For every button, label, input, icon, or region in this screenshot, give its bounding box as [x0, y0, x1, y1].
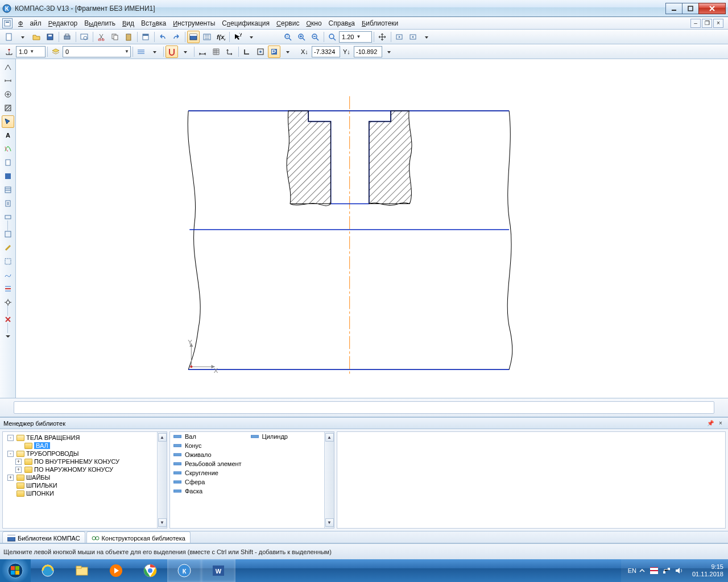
toolbar-overflow[interactable] [245, 31, 258, 43]
window-minimize-button[interactable] [665, 3, 682, 14]
style-button[interactable] [135, 45, 147, 58]
paste-button[interactable] [122, 31, 135, 43]
rough-tool[interactable] [2, 156, 14, 169]
menu-tools[interactable]: Инструменты [169, 18, 218, 28]
tray-volume-icon[interactable] [675, 567, 683, 574]
system-tray[interactable]: EN 9:15 01.11.2018 [621, 559, 728, 582]
zoom-in-button[interactable] [295, 31, 308, 43]
task-explorer[interactable] [65, 559, 99, 582]
task-word[interactable]: W [201, 559, 235, 582]
snap-button[interactable] [166, 45, 178, 58]
task-chrome[interactable] [133, 559, 167, 582]
dimension-tool[interactable] [2, 74, 14, 87]
measure-tool[interactable] [2, 242, 14, 254]
list-item[interactable]: Резьбовой элемент [170, 459, 247, 468]
menu-insert[interactable]: Вставка [138, 18, 169, 28]
spec-tool[interactable] [2, 184, 14, 196]
tree-item[interactable]: +ПО НАРУЖНОМУ КОНУСУ [6, 465, 156, 473]
properties-button[interactable] [139, 31, 152, 43]
zoom-fit-button[interactable] [326, 31, 338, 43]
variables-button[interactable] [201, 31, 213, 43]
view-next-button[interactable] [407, 31, 419, 43]
library-list[interactable]: ВалКонусОживалоРезьбовой элементСкруглен… [169, 431, 334, 529]
mdi-close-button[interactable]: × [713, 19, 723, 28]
style-dropdown-button[interactable] [148, 45, 161, 58]
tree-item[interactable]: +ПО ВНУТРЕННЕМУ КОНУСУ [6, 458, 156, 465]
dim-button[interactable] [196, 45, 209, 58]
list-item[interactable]: Оживало [170, 450, 247, 459]
tree-item[interactable]: ВАЛ [6, 442, 156, 450]
lcs-button[interactable] [224, 45, 236, 58]
view-prev-button[interactable] [393, 31, 406, 43]
open-button[interactable] [30, 31, 43, 43]
cursor-step-dropdown[interactable]: 1.0▼ [16, 46, 46, 57]
tray-network-icon[interactable] [663, 567, 671, 574]
round-button[interactable] [254, 45, 267, 58]
layer-button[interactable] [49, 45, 62, 58]
preview-button[interactable] [78, 31, 90, 43]
param-tool[interactable] [2, 228, 14, 240]
tree-item[interactable]: -ТРУБОПРОВОДЫ [6, 450, 156, 458]
menu-window[interactable]: Окно [303, 18, 325, 28]
assoc-view-tool[interactable] [2, 170, 14, 182]
drawing-canvas[interactable]: Y X [16, 59, 728, 398]
menu-service[interactable]: Сервис [273, 18, 303, 28]
grid-button[interactable] [210, 45, 222, 58]
attribs-tool[interactable] [2, 282, 14, 295]
layer-dropdown[interactable]: 0▼ [63, 46, 131, 57]
symbols-tool[interactable] [2, 88, 14, 101]
tree-item[interactable]: ШПИЛЬКИ [6, 481, 156, 489]
task-kompas[interactable]: К [167, 559, 201, 582]
edit-tool[interactable] [2, 115, 14, 128]
library-tree[interactable]: -ТЕЛА ВРАЩЕНИЯВАЛ-ТРУБОПРОВОДЫ+ПО ВНУТРЕ… [2, 431, 167, 529]
list-item[interactable]: Сфера [170, 477, 247, 487]
redo-button[interactable] [170, 31, 183, 43]
window-maximize-button[interactable] [682, 3, 699, 14]
task-media[interactable] [99, 559, 133, 582]
menu-help[interactable]: Справка [325, 18, 358, 28]
zoom-out-button[interactable] [309, 31, 321, 43]
coord-y-field[interactable]: -10.892 [354, 46, 382, 57]
menu-editor[interactable]: Редактор [45, 18, 81, 28]
spline-tool[interactable] [2, 269, 14, 281]
tray-show-hidden-icon[interactable] [639, 567, 646, 574]
tab-constructor-lib[interactable]: Конструкторская библиотека [86, 531, 191, 543]
tray-lang[interactable]: EN [628, 567, 636, 574]
tray-time[interactable]: 9:15 [692, 563, 723, 571]
library-manager-button[interactable] [187, 31, 200, 43]
tree-item[interactable]: -ТЕЛА ВРАЩЕНИЯ [6, 434, 156, 442]
report-tool[interactable] [2, 197, 14, 210]
start-button[interactable] [0, 559, 31, 582]
document-icon[interactable] [2, 18, 13, 28]
toolbar-overflow-2[interactable] [420, 31, 433, 43]
list-item[interactable]: Цилиндр [247, 432, 325, 441]
list-item[interactable]: Вал [170, 432, 247, 441]
list-item[interactable]: Скругление [170, 468, 247, 477]
pan-button[interactable] [376, 31, 388, 43]
zoom-level-dropdown[interactable]: 1.20▼ [339, 31, 372, 43]
hatch-tool[interactable] [2, 102, 14, 114]
mdi-minimize-button[interactable]: – [690, 19, 701, 28]
toolbar-overflow-3[interactable] [282, 45, 294, 58]
menu-select[interactable]: Выделить [81, 18, 119, 28]
geometry-tool[interactable] [2, 61, 14, 73]
menu-view[interactable]: Вид [119, 18, 138, 28]
tree-item[interactable]: ШПОНКИ [6, 489, 156, 497]
tree-scrollbar[interactable]: ▲▼ [157, 432, 167, 528]
property-bar-field[interactable] [14, 401, 714, 414]
list-scrollbar[interactable]: ▲▼ [324, 432, 334, 528]
print-button[interactable] [61, 31, 73, 43]
cut-button[interactable] [95, 31, 107, 43]
help-cursor-button[interactable]: ? [231, 31, 244, 43]
tab-kompas-libs[interactable]: Библиотеки КОМПАС [2, 531, 85, 543]
mdi-restore-button[interactable]: ❐ [702, 19, 712, 28]
list-item[interactable]: Конус [170, 441, 247, 450]
tray-date[interactable]: 01.11.2018 [692, 571, 723, 578]
cursor-step-button[interactable] [3, 45, 15, 58]
tray-flag-icon[interactable] [650, 567, 658, 574]
panel-pin-button[interactable]: 📌 [706, 419, 714, 427]
toolbar-overflow-4[interactable] [383, 45, 395, 58]
fx-button[interactable]: f(x) [214, 31, 227, 43]
panel-overflow[interactable] [2, 330, 14, 343]
copy-button[interactable] [109, 31, 121, 43]
